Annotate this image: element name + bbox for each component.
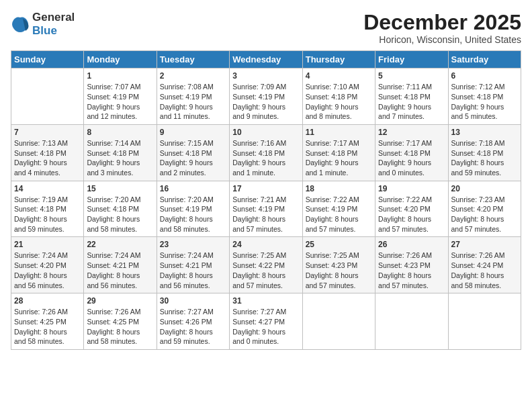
week-row-4: 21Sunrise: 7:24 AM Sunset: 4:20 PM Dayli… xyxy=(11,237,521,293)
calendar-cell: 19Sunrise: 7:22 AM Sunset: 4:20 PM Dayli… xyxy=(375,181,448,237)
day-detail: Sunrise: 7:10 AM Sunset: 4:18 PM Dayligh… xyxy=(306,82,372,122)
day-detail: Sunrise: 7:25 AM Sunset: 4:22 PM Dayligh… xyxy=(232,250,299,290)
day-detail: Sunrise: 7:16 AM Sunset: 4:18 PM Dayligh… xyxy=(232,138,299,178)
calendar-cell: 4Sunrise: 7:10 AM Sunset: 4:18 PM Daylig… xyxy=(302,68,375,125)
calendar-cell: 5Sunrise: 7:11 AM Sunset: 4:18 PM Daylig… xyxy=(375,68,448,125)
header: General Blue December 2025 Horicon, Wisc… xyxy=(11,11,521,45)
day-number: 1 xyxy=(87,71,153,81)
calendar-cell: 21Sunrise: 7:24 AM Sunset: 4:20 PM Dayli… xyxy=(11,237,84,293)
calendar-cell: 10Sunrise: 7:16 AM Sunset: 4:18 PM Dayli… xyxy=(230,124,302,181)
day-number: 20 xyxy=(451,184,518,193)
day-number: 8 xyxy=(87,128,153,137)
day-number: 25 xyxy=(306,240,372,249)
day-detail: Sunrise: 7:13 AM Sunset: 4:18 PM Dayligh… xyxy=(14,138,81,178)
day-detail: Sunrise: 7:26 AM Sunset: 4:24 PM Dayligh… xyxy=(451,250,518,290)
calendar-container: General Blue December 2025 Horicon, Wisc… xyxy=(0,0,532,357)
day-number: 12 xyxy=(378,128,445,137)
day-number: 31 xyxy=(232,296,299,306)
day-detail: Sunrise: 7:21 AM Sunset: 4:19 PM Dayligh… xyxy=(232,195,299,234)
day-detail: Sunrise: 7:17 AM Sunset: 4:18 PM Dayligh… xyxy=(306,138,372,178)
day-number: 14 xyxy=(14,184,81,193)
logo-general: General xyxy=(32,11,75,24)
day-number: 9 xyxy=(160,128,226,137)
day-number: 6 xyxy=(451,71,518,81)
calendar-cell: 1Sunrise: 7:07 AM Sunset: 4:19 PM Daylig… xyxy=(84,68,157,125)
day-number: 21 xyxy=(14,240,81,249)
day-detail: Sunrise: 7:26 AM Sunset: 4:25 PM Dayligh… xyxy=(14,307,81,347)
day-detail: Sunrise: 7:26 AM Sunset: 4:23 PM Dayligh… xyxy=(378,250,445,290)
header-saturday: Saturday xyxy=(448,51,521,68)
calendar-cell: 30Sunrise: 7:27 AM Sunset: 4:26 PM Dayli… xyxy=(157,293,229,350)
calendar-cell xyxy=(375,293,448,350)
header-monday: Monday xyxy=(84,51,157,68)
header-thursday: Thursday xyxy=(302,51,375,68)
day-detail: Sunrise: 7:24 AM Sunset: 4:21 PM Dayligh… xyxy=(87,250,153,290)
day-number: 27 xyxy=(451,240,518,249)
day-number: 5 xyxy=(378,71,445,81)
calendar-cell: 11Sunrise: 7:17 AM Sunset: 4:18 PM Dayli… xyxy=(302,124,375,181)
calendar-cell: 25Sunrise: 7:25 AM Sunset: 4:23 PM Dayli… xyxy=(302,237,375,293)
title-block: December 2025 Horicon, Wisconsin, United… xyxy=(363,11,521,45)
day-number: 2 xyxy=(160,71,226,81)
calendar-cell xyxy=(302,293,375,350)
day-number: 16 xyxy=(160,184,226,193)
logo-blue: Blue xyxy=(32,24,57,37)
calendar-cell: 8Sunrise: 7:14 AM Sunset: 4:18 PM Daylig… xyxy=(84,124,157,181)
header-tuesday: Tuesday xyxy=(157,51,229,68)
day-number: 17 xyxy=(232,184,299,193)
day-detail: Sunrise: 7:27 AM Sunset: 4:27 PM Dayligh… xyxy=(232,307,299,347)
day-number: 26 xyxy=(378,240,445,249)
calendar-table: SundayMondayTuesdayWednesdayThursdayFrid… xyxy=(11,50,521,350)
day-number: 7 xyxy=(14,128,81,137)
week-row-2: 7Sunrise: 7:13 AM Sunset: 4:18 PM Daylig… xyxy=(11,124,521,181)
calendar-cell: 23Sunrise: 7:24 AM Sunset: 4:21 PM Dayli… xyxy=(157,237,229,293)
calendar-cell: 3Sunrise: 7:09 AM Sunset: 4:19 PM Daylig… xyxy=(230,68,302,125)
header-sunday: Sunday xyxy=(11,51,84,68)
day-number: 18 xyxy=(306,184,372,193)
header-wednesday: Wednesday xyxy=(230,51,302,68)
day-detail: Sunrise: 7:11 AM Sunset: 4:18 PM Dayligh… xyxy=(378,82,445,122)
day-detail: Sunrise: 7:20 AM Sunset: 4:18 PM Dayligh… xyxy=(87,195,153,234)
day-number: 22 xyxy=(87,240,153,249)
day-detail: Sunrise: 7:15 AM Sunset: 4:18 PM Dayligh… xyxy=(160,138,226,178)
day-number: 24 xyxy=(232,240,299,249)
calendar-cell: 7Sunrise: 7:13 AM Sunset: 4:18 PM Daylig… xyxy=(11,124,84,181)
logo: General Blue xyxy=(11,11,75,37)
day-number: 10 xyxy=(232,128,299,137)
day-detail: Sunrise: 7:25 AM Sunset: 4:23 PM Dayligh… xyxy=(306,250,372,290)
calendar-body: 1Sunrise: 7:07 AM Sunset: 4:19 PM Daylig… xyxy=(11,68,521,350)
week-row-1: 1Sunrise: 7:07 AM Sunset: 4:19 PM Daylig… xyxy=(11,68,521,125)
day-detail: Sunrise: 7:24 AM Sunset: 4:21 PM Dayligh… xyxy=(160,250,226,290)
calendar-cell: 9Sunrise: 7:15 AM Sunset: 4:18 PM Daylig… xyxy=(157,124,229,181)
location: Horicon, Wisconsin, United States xyxy=(363,34,521,45)
calendar-cell: 22Sunrise: 7:24 AM Sunset: 4:21 PM Dayli… xyxy=(84,237,157,293)
day-detail: Sunrise: 7:17 AM Sunset: 4:18 PM Dayligh… xyxy=(378,138,445,178)
calendar-cell: 29Sunrise: 7:26 AM Sunset: 4:25 PM Dayli… xyxy=(84,293,157,350)
calendar-cell: 12Sunrise: 7:17 AM Sunset: 4:18 PM Dayli… xyxy=(375,124,448,181)
day-number: 19 xyxy=(378,184,445,193)
day-detail: Sunrise: 7:26 AM Sunset: 4:25 PM Dayligh… xyxy=(87,307,153,347)
day-detail: Sunrise: 7:09 AM Sunset: 4:19 PM Dayligh… xyxy=(232,82,299,122)
header-friday: Friday xyxy=(375,51,448,68)
calendar-cell xyxy=(448,293,521,350)
calendar-cell: 16Sunrise: 7:20 AM Sunset: 4:19 PM Dayli… xyxy=(157,181,229,237)
day-number: 30 xyxy=(160,296,226,306)
day-detail: Sunrise: 7:14 AM Sunset: 4:18 PM Dayligh… xyxy=(87,138,153,178)
calendar-cell: 18Sunrise: 7:22 AM Sunset: 4:19 PM Dayli… xyxy=(302,181,375,237)
calendar-cell: 27Sunrise: 7:26 AM Sunset: 4:24 PM Dayli… xyxy=(448,237,521,293)
week-row-5: 28Sunrise: 7:26 AM Sunset: 4:25 PM Dayli… xyxy=(11,293,521,350)
calendar-cell: 2Sunrise: 7:08 AM Sunset: 4:19 PM Daylig… xyxy=(157,68,229,125)
day-detail: Sunrise: 7:19 AM Sunset: 4:18 PM Dayligh… xyxy=(14,195,81,234)
week-row-3: 14Sunrise: 7:19 AM Sunset: 4:18 PM Dayli… xyxy=(11,181,521,237)
calendar-cell xyxy=(11,68,84,125)
day-detail: Sunrise: 7:23 AM Sunset: 4:20 PM Dayligh… xyxy=(451,195,518,234)
calendar-cell: 14Sunrise: 7:19 AM Sunset: 4:18 PM Dayli… xyxy=(11,181,84,237)
day-number: 11 xyxy=(306,128,372,137)
day-number: 28 xyxy=(14,296,81,306)
calendar-cell: 13Sunrise: 7:18 AM Sunset: 4:18 PM Dayli… xyxy=(448,124,521,181)
day-number: 23 xyxy=(160,240,226,249)
day-number: 4 xyxy=(306,71,372,81)
calendar-cell: 6Sunrise: 7:12 AM Sunset: 4:18 PM Daylig… xyxy=(448,68,521,125)
day-detail: Sunrise: 7:24 AM Sunset: 4:20 PM Dayligh… xyxy=(14,250,81,290)
logo-text: General Blue xyxy=(32,11,75,37)
